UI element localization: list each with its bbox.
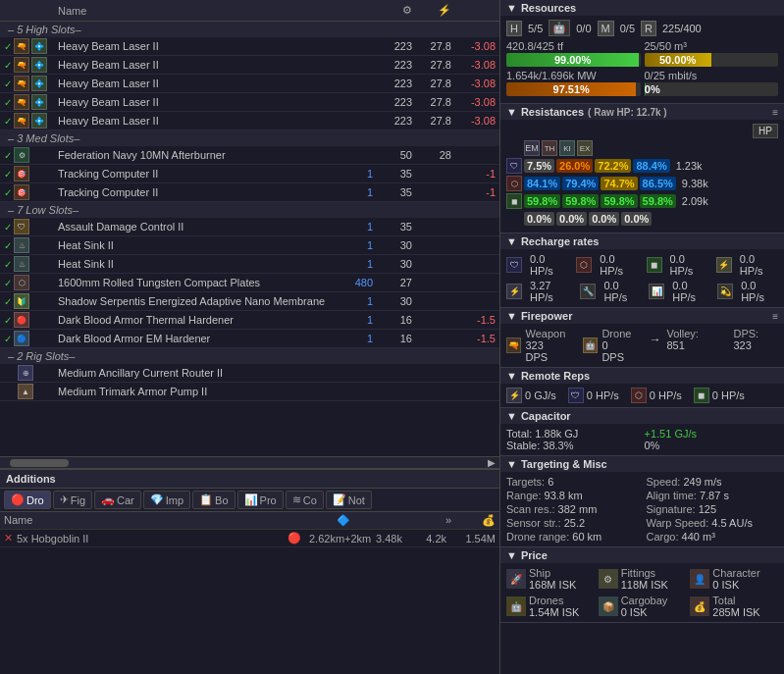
firepower-menu-icon[interactable]: ≡ <box>772 311 778 322</box>
table-row[interactable]: ✓ ♨ Heat Sink II 1 30 <box>0 236 499 255</box>
table-row[interactable]: ⊕ Medium Ancillary Current Router II <box>0 364 499 383</box>
rig-slot-val: 225/400 <box>662 23 702 34</box>
tab-cargo[interactable]: 🚗 Car <box>94 491 141 509</box>
recharge-r2b-val: 0.0 HP/s <box>603 280 641 303</box>
remote-shield-item: 🛡 0 HP/s <box>568 388 619 403</box>
table-row[interactable]: ✓ ⬡ 1600mm Rolled Tungsten Compact Plate… <box>0 274 499 292</box>
slot-row: H 5/5 🤖 0/0 M 0/5 R 225/400 <box>506 20 778 36</box>
sensor-label: Sensor str.: <box>506 517 561 529</box>
total-label: Total <box>712 595 759 606</box>
item-icon: 🎯 <box>14 166 29 181</box>
tab-fighters[interactable]: ✈ Fig <box>53 491 92 509</box>
table-row[interactable]: ✓ 🔰 Shadow Serpentis Energized Adaptive … <box>0 292 499 311</box>
targets-row: Targets: 6 <box>506 476 639 488</box>
table-row[interactable]: ✓ 🛡 Assault Damage Control II 1 35 <box>0 218 499 236</box>
remote-armor-icon: ⬡ <box>631 388 647 403</box>
table-row[interactable]: ✓ 🔵 Dark Blood Armor EM Hardener 1 16 -1… <box>0 330 499 348</box>
table-row[interactable]: ✓ ⚙ Federation Navy 10MN Afterburner 50 … <box>0 146 499 165</box>
resources-title[interactable]: ▼ Resources <box>500 0 784 16</box>
recharge-shield-item: 🛡 <box>506 253 522 277</box>
ship-val: 168M ISK <box>529 579 576 591</box>
check-icon: ✓ <box>4 278 12 288</box>
horizontal-scrollbar[interactable]: ▶ <box>0 456 499 468</box>
remote-armor-item: ⬡ 0 HP/s <box>631 388 682 403</box>
remote-shield-icon: 🛡 <box>568 388 584 403</box>
tab-boosters[interactable]: 📋 Bo <box>192 491 235 509</box>
remote-hull-item: ◼ 0 HP/s <box>694 388 745 403</box>
tab-profiles[interactable]: 📊 Pro <box>237 491 284 509</box>
cpu-val: 35 <box>373 168 412 180</box>
table-row[interactable]: ✓ 🔫 💠 Heavy Beam Laser II 223 27.8 -3.08 <box>0 93 499 112</box>
capacitor-title[interactable]: ▼ Capacitor <box>500 408 784 424</box>
targeting-title[interactable]: ▼ Targeting & Misc <box>500 456 784 472</box>
m3-bar-fill: 50.00% <box>645 53 711 67</box>
scroll-right-btn[interactable]: ▶ <box>488 457 496 468</box>
scan-row: Scan res.: 382 mm <box>506 503 639 515</box>
pg-val: 27.8 <box>412 40 451 52</box>
tab-notes[interactable]: 📝 Not <box>326 491 372 509</box>
tab-drones[interactable]: 🔴 Dro <box>4 491 51 509</box>
cargo-tab-icon: 🚗 <box>101 493 115 506</box>
tab-combat[interactable]: ≋ Co <box>286 491 324 509</box>
drone-fp-icon: 🤖 <box>583 337 598 353</box>
add-col-speed-header: » <box>412 514 451 527</box>
armor-resist-row: ⬡ 84.1% 79.4% 74.7% 86.5% 9.38k <box>506 176 778 191</box>
table-row[interactable]: ✓ 🔫 💠 Heavy Beam Laser II 223 27.8 -3.08 <box>0 56 499 75</box>
resistances-content: HP EM TH KI EX 🛡 7.5% 26.0% 72.2% 88.4% … <box>500 120 784 233</box>
recharge-shield-val: 0.0 HP/s <box>530 253 568 277</box>
drone-dps-val: 4.2k <box>402 533 446 544</box>
resistances-arrow: ▼ <box>506 106 517 118</box>
weapon-icon: 🔫 <box>506 337 521 353</box>
table-row[interactable]: ✓ 🔫 💠 Heavy Beam Laser II 223 27.8 -3.08 <box>0 112 499 130</box>
hp-button[interactable]: HP <box>753 124 778 138</box>
menu-icon[interactable]: ≡ <box>772 107 778 118</box>
volley-group: Volley: 851 <box>666 328 717 351</box>
table-row[interactable]: ✓ 🎯 Tracking Computer II 1 35 -1 <box>0 165 499 183</box>
recharge-cap2-icon: ⚡ <box>506 284 522 299</box>
med-slot-icon: M <box>598 21 614 36</box>
remove-button[interactable]: ✕ <box>4 532 13 544</box>
table-row[interactable]: ✓ 🔫 💠 Heavy Beam Laser II 223 27.8 -3.08 <box>0 75 499 93</box>
check-icon: ✓ <box>4 187 12 198</box>
slot-val: -3.08 <box>451 59 496 71</box>
table-row[interactable]: ✓ ♨ Heat Sink II 1 30 <box>0 255 499 274</box>
item-icon: 🔰 <box>14 293 29 309</box>
table-row[interactable]: ✓ 🎯 Tracking Computer II 1 35 -1 <box>0 183 499 202</box>
tab-implants[interactable]: 💎 Imp <box>143 491 190 509</box>
remote-reps-title[interactable]: ▼ Remote Reps <box>500 368 784 384</box>
firepower-content: 🔫 Weapon 323 DPS 🤖 Drone 0 DPS <box>500 324 784 367</box>
sensor-val: 25.2 <box>564 517 585 529</box>
weapon-label: Weapon <box>525 328 566 339</box>
mw-bar: 97.51% <box>506 82 641 96</box>
recharge-title[interactable]: ▼ Recharge rates <box>500 233 784 249</box>
additions-table-header: Name 🔷 » 💰 <box>0 512 499 530</box>
character-val: 0 ISK <box>712 579 759 591</box>
table-row[interactable]: ▲ Medium Trimark Armor Pump II <box>0 383 499 401</box>
table-row[interactable]: ✓ 🔫 💠 Heavy Beam Laser II 223 27.8 -3.08 <box>0 37 499 56</box>
fittings-price-icon: ⚙ <box>599 569 618 589</box>
high-slot-icon: H <box>506 21 522 36</box>
recharge-r2c-val: 0.0 HP/s <box>672 280 709 303</box>
item-icon: 🔫 <box>14 94 29 110</box>
scroll-thumb[interactable] <box>10 459 69 467</box>
item-name: Dark Blood Armor Thermal Hardener <box>58 314 339 326</box>
item-name: 1600mm Rolled Tungsten Compact Plates <box>58 277 339 288</box>
cpu-val: 223 <box>373 78 412 89</box>
firepower-title[interactable]: ▼ Firepower ≡ <box>500 308 784 324</box>
resources-arrow: ▼ <box>506 2 517 14</box>
qty: 1 <box>339 333 373 344</box>
align-label: Align time: <box>647 490 697 501</box>
recharge-r2c-item: 📊 <box>649 280 664 303</box>
cpu-val: 16 <box>373 314 412 326</box>
m3-label: 25/50 m³ <box>645 40 779 52</box>
table-row[interactable]: ✓ 🔴 Dark Blood Armor Thermal Hardener 1 … <box>0 311 499 330</box>
price-section: ▼ Price 🚀 Ship 168M ISK ⚙ Fitt <box>500 547 784 623</box>
empty-row-icon <box>506 211 522 227</box>
item-name: Shadow Serpentis Energized Adaptive Nano… <box>58 295 339 307</box>
resistances-title[interactable]: ▼ Resistances ( Raw HP: 12.7k ) ≡ <box>500 104 784 120</box>
check-icon: ✓ <box>4 169 12 180</box>
check-icon: ✓ <box>4 296 12 307</box>
recharge-r2d-item: 💫 <box>717 280 733 303</box>
price-title[interactable]: ▼ Price <box>500 547 784 563</box>
booster-tab-label: Bo <box>215 494 228 506</box>
